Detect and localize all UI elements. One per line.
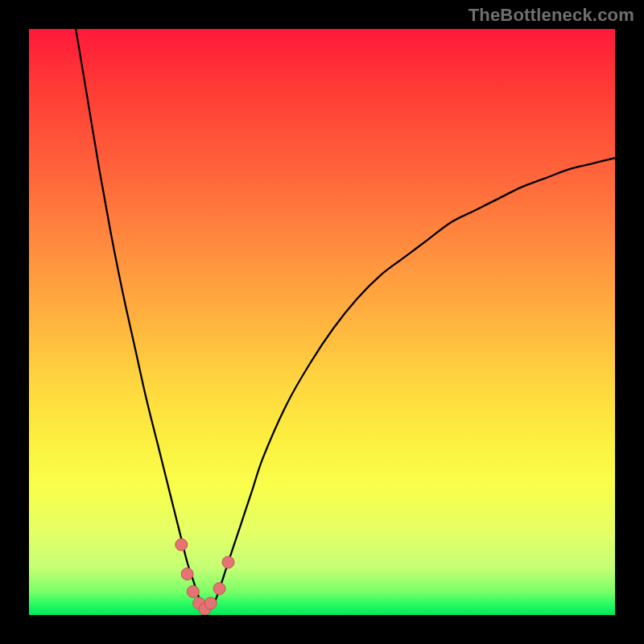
plot-area [29,29,615,615]
trough-markers [175,539,234,615]
trough-marker [181,568,193,580]
trough-marker [222,556,234,568]
chart-svg [29,29,615,615]
trough-marker [187,585,199,597]
bottleneck-curve [76,29,615,611]
watermark-text: TheBottleneck.com [469,5,634,26]
trough-marker [175,539,188,551]
trough-marker [204,597,217,609]
chart-frame: TheBottleneck.com [0,0,644,644]
trough-marker [213,583,225,595]
